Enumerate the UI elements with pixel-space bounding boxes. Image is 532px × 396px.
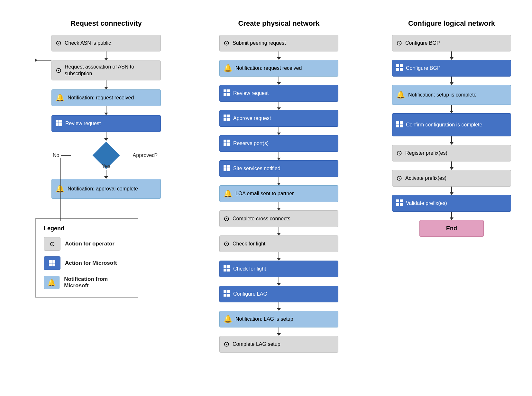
svg-rect-18 bbox=[224, 143, 226, 146]
svg-rect-32 bbox=[396, 64, 399, 67]
person-icon: ⊙ bbox=[56, 39, 61, 47]
node-check-asn: ⊙ Check ASN is public bbox=[51, 35, 161, 51]
a bbox=[279, 202, 279, 208]
ah bbox=[277, 107, 281, 110]
node-request-assoc: ⊙ Request association of ASN to subscrip… bbox=[51, 60, 161, 80]
bell-icon: 🔔 bbox=[224, 315, 232, 323]
diamond-container: No —— Approved? Yes bbox=[51, 141, 161, 170]
column-2: Create physical network ⊙ Submit peering… bbox=[202, 19, 356, 353]
node-text: LOA email sent to partner bbox=[235, 191, 294, 197]
ah bbox=[450, 142, 454, 145]
node-configure-bgp-gray: ⊙ Configure BGP bbox=[392, 35, 511, 51]
a bbox=[451, 212, 452, 217]
node-end: End bbox=[419, 220, 484, 237]
svg-rect-11 bbox=[227, 93, 230, 96]
svg-rect-40 bbox=[396, 199, 399, 202]
node-text: Approve request bbox=[233, 115, 271, 121]
a bbox=[279, 277, 279, 283]
person-icon: ⊙ bbox=[224, 215, 229, 223]
svg-rect-12 bbox=[224, 115, 226, 117]
column-3: Configure logical network ⊙ Configure BG… bbox=[374, 19, 529, 237]
node-text: Reserve port(s) bbox=[233, 141, 269, 146]
svg-rect-7 bbox=[52, 263, 55, 266]
legend: Legend ⊙ Action for operator Action for … bbox=[35, 218, 138, 298]
svg-rect-3 bbox=[59, 123, 62, 126]
a bbox=[279, 77, 279, 82]
node-confirm-config: Confirm configuration is complete bbox=[392, 113, 511, 136]
node-text: Configure BGP bbox=[406, 65, 441, 71]
legend-title: Legend bbox=[44, 225, 130, 232]
svg-rect-39 bbox=[400, 124, 403, 127]
no-label: No —— bbox=[53, 152, 71, 158]
a bbox=[279, 127, 279, 133]
node-register-prefix: ⊙ Register prefix(es) bbox=[392, 145, 511, 161]
legend-box-gray: ⊙ bbox=[44, 237, 60, 251]
node-notif-received: 🔔 Notification: request received bbox=[51, 89, 161, 106]
a bbox=[279, 177, 279, 183]
arrowhead bbox=[104, 87, 108, 89]
node-loa-email: 🔔 LOA email sent to partner bbox=[219, 185, 338, 202]
node-approval-complete: 🔔 Notification: approval complete bbox=[51, 179, 161, 199]
node-request-assoc-wrapper: ⊙ Request association of ASN to subscrip… bbox=[51, 60, 161, 80]
person-icon: ⊙ bbox=[396, 149, 402, 157]
windows-icon bbox=[224, 165, 230, 172]
column-1: Request connectivity ⊙ Check ASN is publ… bbox=[29, 19, 183, 298]
ah bbox=[277, 133, 281, 135]
svg-rect-41 bbox=[400, 199, 403, 202]
a bbox=[279, 252, 279, 258]
svg-rect-43 bbox=[400, 203, 403, 206]
arrowhead2 bbox=[104, 176, 108, 179]
col3-title: Configure logical network bbox=[408, 19, 495, 28]
col3-flow: ⊙ Configure BGP Configure BGP 🔔 Notifica… bbox=[392, 35, 511, 237]
person-icon: ⊙ bbox=[224, 340, 229, 348]
col1-flow: ⊙ Check ASN is public ⊙ Request associat… bbox=[51, 35, 161, 199]
node-validate-prefix: Validate prefix(es) bbox=[392, 195, 511, 212]
ah bbox=[277, 233, 281, 235]
node-text: Configure LAG bbox=[233, 291, 267, 297]
ah bbox=[450, 217, 454, 220]
ah bbox=[277, 258, 281, 261]
windows-icon bbox=[396, 64, 403, 72]
svg-rect-5 bbox=[52, 260, 55, 263]
node-configure-bgp-blue: Configure BGP bbox=[392, 60, 511, 77]
person-icon: ⊙ bbox=[396, 39, 402, 47]
node-text: Complete cross connects bbox=[233, 216, 290, 222]
svg-rect-33 bbox=[400, 64, 403, 67]
loop-bottom-line bbox=[60, 158, 61, 221]
node-reserve-ports: Reserve port(s) bbox=[219, 135, 338, 152]
svg-rect-23 bbox=[227, 168, 230, 171]
node-text: Check for light bbox=[233, 266, 266, 272]
legend-label-notification: Notification from Microsoft bbox=[64, 276, 130, 289]
node-text: Configure BGP bbox=[405, 40, 440, 46]
svg-rect-31 bbox=[227, 294, 230, 297]
svg-rect-28 bbox=[224, 290, 226, 293]
svg-rect-24 bbox=[224, 265, 226, 268]
node-text: Submit peering request bbox=[233, 40, 286, 46]
ah bbox=[277, 283, 281, 286]
arrow bbox=[106, 51, 106, 58]
svg-rect-27 bbox=[227, 269, 230, 272]
svg-rect-6 bbox=[49, 263, 52, 266]
ah bbox=[450, 111, 454, 113]
windows-icon bbox=[56, 120, 62, 127]
arrow bbox=[106, 80, 106, 87]
ah bbox=[277, 183, 281, 185]
node-review-req2: Review request bbox=[219, 85, 338, 102]
legend-item-notification: 🔔 Notification from Microsoft bbox=[44, 276, 130, 289]
node-text: End bbox=[446, 225, 457, 232]
svg-rect-9 bbox=[227, 89, 230, 92]
arrow bbox=[106, 106, 106, 113]
node-submit-peering: ⊙ Submit peering request bbox=[219, 35, 338, 51]
legend-label-microsoft: Action for Microsoft bbox=[65, 260, 117, 266]
approved-label: Approved? bbox=[133, 152, 158, 158]
a bbox=[451, 51, 452, 57]
bell-icon: 🔔 bbox=[56, 94, 64, 102]
svg-rect-25 bbox=[227, 265, 230, 268]
node-text: Complete LAG setup bbox=[233, 341, 280, 347]
legend-label-operator: Action for operator bbox=[65, 241, 115, 247]
node-text: Notification: request received bbox=[235, 65, 302, 71]
ah bbox=[277, 308, 281, 311]
arrow2 bbox=[106, 170, 106, 176]
node-text: Review request bbox=[65, 121, 101, 126]
diagram-container: Request connectivity ⊙ Check ASN is publ… bbox=[13, 10, 532, 396]
